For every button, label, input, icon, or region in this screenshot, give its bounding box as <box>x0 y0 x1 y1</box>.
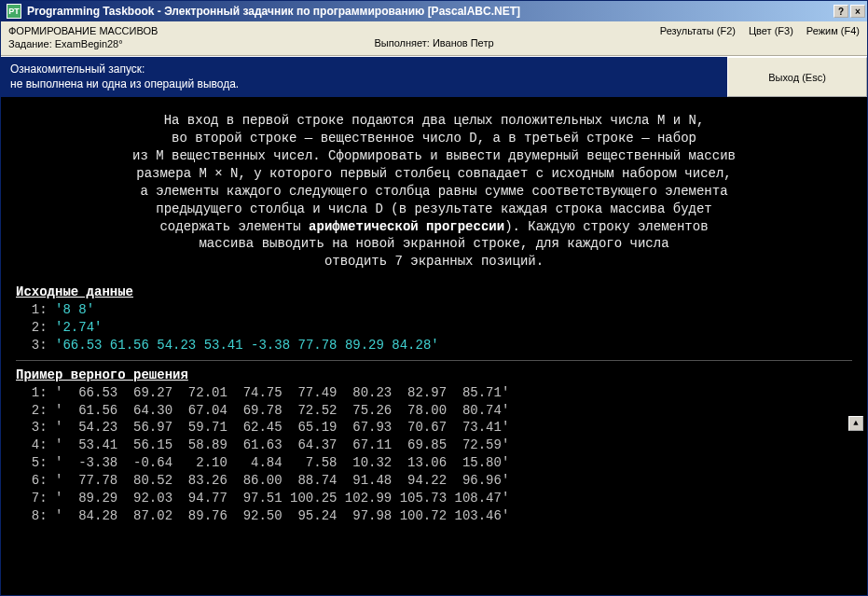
input-block: 1: '8 8' 2: '2.74' 3: '66.53 61.56 54.23… <box>16 301 852 354</box>
help-button[interactable]: ? <box>834 5 848 18</box>
task-line: массива выводить на новой экранной строк… <box>16 235 852 253</box>
close-button[interactable]: × <box>850 5 865 18</box>
status-message: Ознакомительный запуск: не выполнена ни … <box>1 57 727 97</box>
task-line: размера M × N, у которого первый столбец… <box>16 165 852 183</box>
task-line: содержать элементы арифметической прогре… <box>16 218 852 236</box>
line-index: 2: <box>32 320 48 335</box>
example-header: Пример верного решения <box>16 367 852 384</box>
task-text-span: ). Каждую строку элементов <box>504 219 708 234</box>
example-block: 1: ' 66.53 69.27 72.01 74.75 77.49 80.23… <box>16 384 852 525</box>
line-index: 3: <box>32 338 48 353</box>
input-line: 1: '8 8' <box>16 301 852 319</box>
results-link[interactable]: Результаты (F2) <box>660 25 736 36</box>
line-index: 1: <box>32 302 48 317</box>
input-value: '8 8' <box>55 302 94 317</box>
task-line: а элементы каждого следующего столбца ра… <box>16 183 852 201</box>
input-line: 3: '66.53 61.56 54.23 53.41 -3.38 77.78 … <box>16 337 852 354</box>
example-line: 4: ' 53.41 56.15 58.89 61.63 64.37 67.11… <box>16 437 852 454</box>
input-line: 2: '2.74' <box>16 319 852 337</box>
task-description: На вход в первой строке подаются два цел… <box>16 112 852 270</box>
example-line: 1: ' 66.53 69.27 72.01 74.75 77.49 80.23… <box>16 384 852 402</box>
separator <box>16 360 852 361</box>
window-title: Programming Taskbook - Электронный задач… <box>25 5 832 18</box>
toolbar: ФОРМИРОВАНИЕ МАССИВОВ Задание: ExamBegin… <box>1 21 867 56</box>
input-header: Исходные данные <box>16 284 852 301</box>
example-line: 5: ' -3.38 -0.64 2.10 4.84 7.58 10.32 13… <box>16 454 852 472</box>
toolbar-left: ФОРМИРОВАНИЕ МАССИВОВ Задание: ExamBegin… <box>8 25 158 49</box>
scroll-up-button[interactable]: ▲ <box>848 416 863 431</box>
example-line: 2: ' 61.56 64.30 67.04 69.78 72.52 75.26… <box>16 402 852 420</box>
input-value: '66.53 61.56 54.23 53.41 -3.38 77.78 89.… <box>55 338 439 353</box>
example-line: 8: ' 84.28 87.02 89.76 92.50 95.24 97.98… <box>16 507 852 525</box>
color-link[interactable]: Цвет (F3) <box>749 25 793 36</box>
example-line: 7: ' 89.29 92.03 94.77 97.51 100.25 102.… <box>16 490 852 507</box>
exit-button[interactable]: Выход (Esc) <box>727 57 867 97</box>
status-row: Ознакомительный запуск: не выполнена ни … <box>1 56 867 97</box>
status-line-1: Ознакомительный запуск: <box>10 62 718 77</box>
task-bold: арифметической прогрессии <box>309 219 504 234</box>
task-line: предыдущего столбца и числа D (в результ… <box>16 201 852 218</box>
task-text-span: содержать элементы <box>159 219 309 234</box>
toolbar-right: Результаты (F2) Цвет (F3) Режим (F4) <box>660 25 860 36</box>
content-area: На вход в первой строке подаются два цел… <box>1 97 867 595</box>
task-line: отводить 7 экранных позиций. <box>16 253 852 270</box>
task-line: На вход в первой строке подаются два цел… <box>16 112 852 130</box>
section-heading: ФОРМИРОВАНИЕ МАССИВОВ <box>8 25 158 36</box>
example-line: 3: ' 54.23 56.97 59.71 62.45 65.19 67.93… <box>16 419 852 437</box>
mode-link[interactable]: Режим (F4) <box>806 25 860 36</box>
task-line: во второй строке — вещественное число D,… <box>16 130 852 147</box>
task-line: из M вещественных чисел. Сформировать и … <box>16 147 852 165</box>
task-label: Задание: ExamBegin28° <box>8 38 158 49</box>
input-value: '2.74' <box>55 320 102 335</box>
app-window: PT Programming Taskbook - Электронный за… <box>0 0 868 596</box>
app-icon: PT <box>7 4 21 19</box>
status-line-2: не выполнена ни одна из операций вывода. <box>10 77 718 92</box>
titlebar: PT Programming Taskbook - Электронный за… <box>1 1 867 21</box>
example-line: 6: ' 77.78 80.52 83.26 86.00 88.74 91.48… <box>16 472 852 490</box>
